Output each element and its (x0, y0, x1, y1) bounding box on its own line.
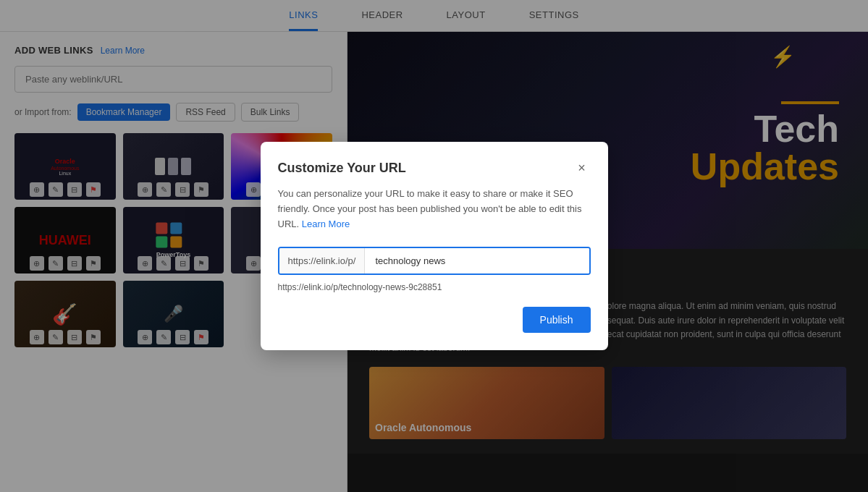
url-preview: https://elink.io/p/technology-news-9c288… (278, 282, 591, 292)
url-slug-input[interactable] (365, 248, 589, 273)
modal-header: Customize Your URL × (278, 159, 591, 177)
modal-learn-more-link[interactable]: Learn More (302, 219, 350, 229)
close-button[interactable]: × (573, 159, 591, 177)
url-field-row: https://elink.io/p/ (278, 247, 591, 275)
customize-url-modal: Customize Your URL × You can personalize… (261, 142, 608, 349)
modal-overlay[interactable]: Customize Your URL × You can personalize… (0, 0, 868, 492)
modal-title: Customize Your URL (278, 161, 406, 176)
url-prefix: https://elink.io/p/ (279, 248, 366, 273)
modal-footer: Publish (278, 307, 591, 333)
modal-description: You can personalize your URL to make it … (278, 187, 591, 232)
publish-button[interactable]: Publish (523, 307, 591, 333)
